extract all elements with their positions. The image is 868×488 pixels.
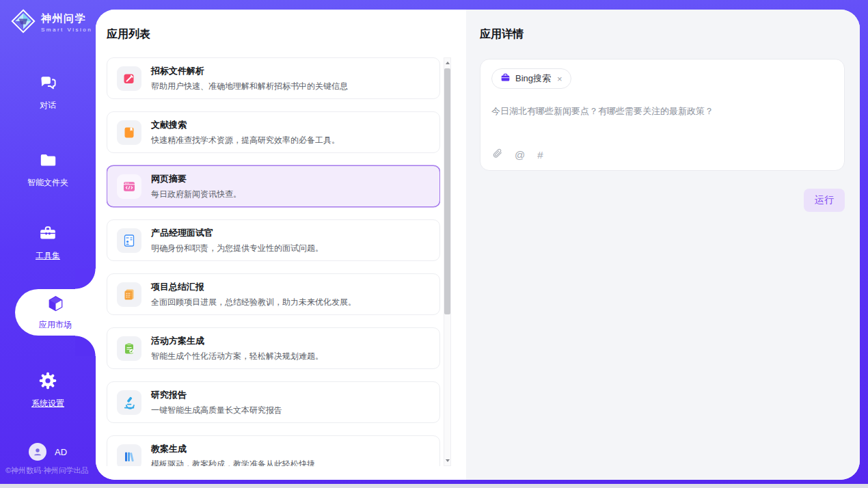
- list-item-tender-parse[interactable]: 招标文件解析 帮助用户快速、准确地理解和解析招标书中的关键信息: [107, 57, 440, 99]
- app-desc: 智能生成个性化活动方案，轻松解决规划难题。: [151, 351, 323, 362]
- sidebar-item-label: 应用市场: [39, 319, 72, 331]
- app-desc: 一键智能生成高质量长文本研究报告: [151, 405, 282, 416]
- mention-icon[interactable]: @: [515, 149, 525, 161]
- brand-name: 神州问学: [41, 12, 92, 25]
- app-title: 教案生成: [151, 443, 315, 455]
- app-title: 产品经理面试官: [151, 227, 323, 239]
- scroll-down-icon[interactable]: [444, 457, 450, 465]
- app-title: 项目总结汇报: [151, 281, 356, 293]
- sidebar-item-label: 对话: [40, 100, 56, 111]
- app-detail-title: 应用详情: [480, 27, 845, 42]
- app-list: 招标文件解析 帮助用户快速、准确地理解和解析招标书中的关键信息 文献搜索 快速精…: [107, 57, 440, 466]
- sidebar-item-label: 工具集: [36, 250, 60, 262]
- app-detail-panel: 应用详情 Bing搜索 × 今日湖北有哪些新闻要点？有哪些需要关注的最新政策？: [466, 10, 860, 480]
- run-button[interactable]: 运行: [804, 189, 845, 212]
- cube-icon: [46, 295, 65, 316]
- lesson-plan-icon: [117, 444, 141, 467]
- app-title: 招标文件解析: [151, 65, 348, 77]
- list-item-literature-search[interactable]: 文献搜索 快速精准查找学术资源，提高研究效率的必备工具。: [107, 111, 440, 153]
- app-desc: 全面回顾项目进展，总结经验教训，助力未来优化发展。: [151, 297, 356, 308]
- gear-icon: [38, 371, 57, 393]
- project-summary-icon: [117, 282, 141, 307]
- list-item-event-plan[interactable]: 活动方案生成 智能生成个性化活动方案，轻松解决规划难题。: [107, 327, 440, 369]
- research-report-icon: [117, 390, 141, 415]
- briefcase-icon: [500, 72, 511, 85]
- chat-icon: [39, 74, 57, 95]
- pill-curve-top: [75, 269, 96, 289]
- attachment-icon[interactable]: [492, 148, 502, 161]
- app-list-panel: 应用列表 招标文件解析 帮助用户快速、准确地理解和解析招标书中的关键信息: [96, 10, 466, 480]
- app-desc: 帮助用户快速、准确地理解和解析招标书中的关键信息: [151, 81, 348, 92]
- app-title: 网页摘要: [151, 173, 241, 185]
- scroll-up-icon[interactable]: [444, 59, 450, 67]
- list-item-lesson-plan[interactable]: 教案生成 模板驱动，教案秒成，教学准备从此轻松快捷: [107, 435, 440, 466]
- folder-icon: [39, 151, 57, 172]
- hash-icon[interactable]: #: [537, 149, 543, 161]
- pm-interview-icon: [117, 228, 141, 253]
- list-item-research-report[interactable]: 研究报告 一键智能生成高质量长文本研究报告: [107, 381, 440, 423]
- scrollbar-thumb[interactable]: [444, 68, 450, 314]
- prompt-card[interactable]: Bing搜索 × 今日湖北有哪些新闻要点？有哪些需要关注的最新政策？ @ #: [480, 59, 845, 171]
- query-text[interactable]: 今日湖北有哪些新闻要点？有哪些需要关注的最新政策？: [491, 105, 833, 118]
- app-title: 文献搜索: [151, 119, 340, 131]
- list-item-pm-interview[interactable]: 产品经理面试官 明确身份和职责，为您提供专业性的面试问题。: [107, 219, 440, 261]
- copyright-footer: ©神州数码·神州问学出品: [5, 465, 89, 476]
- user-initials: AD: [55, 447, 67, 457]
- sidebar-item-smart-folder[interactable]: 智能文件夹: [0, 151, 96, 189]
- detail-actions: 运行: [480, 189, 845, 212]
- list-item-project-summary[interactable]: 项目总结汇报 全面回顾项目进展，总结经验教训，助力未来优化发展。: [107, 273, 440, 315]
- sidebar-item-app-market[interactable]: 应用市场: [15, 289, 96, 336]
- tender-parse-icon: [117, 66, 141, 91]
- web-summary-icon: [117, 174, 141, 199]
- brand-diamond-icon: [11, 9, 36, 36]
- content-area: 应用列表 招标文件解析 帮助用户快速、准确地理解和解析招标书中的关键信息: [96, 10, 860, 480]
- composer-toolbar: @ #: [492, 148, 543, 161]
- sidebar-item-label: 系统设置: [31, 398, 64, 409]
- app-desc: 明确身份和职责，为您提供专业性的面试问题。: [151, 243, 323, 254]
- list-item-web-summary[interactable]: 网页摘要 每日政府新闻资讯快查。: [107, 165, 440, 207]
- app-title: 活动方案生成: [151, 335, 323, 347]
- user-account[interactable]: AD: [29, 443, 67, 461]
- sidebar-item-settings[interactable]: 系统设置: [0, 371, 96, 409]
- app-desc: 快速精准查找学术资源，提高研究效率的必备工具。: [151, 135, 340, 146]
- tool-tag-label: Bing搜索: [515, 72, 551, 85]
- event-plan-icon: [117, 336, 141, 361]
- sidebar-item-label: 智能文件夹: [27, 177, 68, 189]
- toolbox-icon: [38, 223, 57, 245]
- sidebar-item-toolbox[interactable]: 工具集: [0, 223, 96, 262]
- app-list-title: 应用列表: [107, 27, 466, 42]
- tool-tag-bing-search[interactable]: Bing搜索 ×: [491, 68, 571, 89]
- pill-curve-bottom: [75, 336, 96, 356]
- app-desc: 每日政府新闻资讯快查。: [151, 189, 241, 200]
- avatar: [29, 443, 46, 461]
- literature-search-icon: [117, 120, 141, 145]
- app-desc: 模板驱动，教案秒成，教学准备从此轻松快捷: [151, 459, 315, 467]
- tag-close-icon[interactable]: ×: [557, 74, 562, 83]
- brand-logo: 神州问学 Smart Vision: [11, 9, 92, 36]
- sidebar-item-chat[interactable]: 对话: [0, 74, 96, 111]
- brand-subtitle: Smart Vision: [41, 27, 92, 33]
- list-scrollbar[interactable]: [444, 57, 451, 466]
- app-title: 研究报告: [151, 389, 282, 401]
